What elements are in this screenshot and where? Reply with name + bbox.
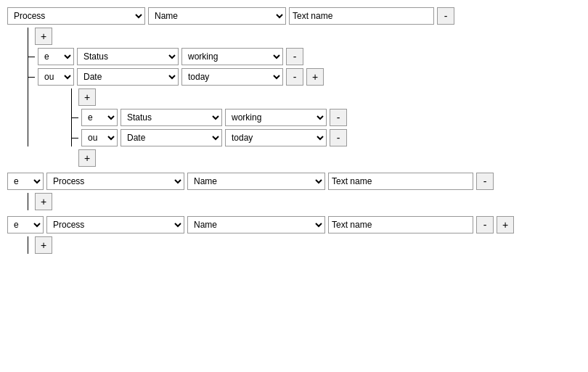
block-1-sub1-connector — [28, 57, 35, 57]
block-1-sub2-add-row: + — [78, 88, 581, 106]
block-1-nested2-logic[interactable]: oue — [81, 129, 118, 146]
block-1-sub2-logic[interactable]: oue — [38, 68, 74, 86]
block-1-text-input[interactable] — [289, 7, 434, 25]
block-1-sub1-logic[interactable]: eou — [38, 48, 74, 65]
block-2-sub-area: + — [28, 193, 581, 210]
block-2-connector-select[interactable]: eou — [7, 173, 44, 190]
block-3-vline — [28, 236, 28, 254]
block-1-nested2-field[interactable]: DateStatus — [121, 129, 222, 146]
block-1-nested-bottom-add: + — [78, 149, 581, 167]
block-2-vline — [28, 193, 28, 210]
block-1-top-row: Process Name - — [7, 7, 581, 25]
block-3-connector-select[interactable]: eou — [7, 216, 44, 233]
block-2-minus-btn[interactable]: - — [476, 173, 494, 190]
block-1-sub2-add-btn[interactable]: + — [78, 88, 96, 106]
block-1-sub1: eou StatusDate working - — [28, 48, 581, 65]
block-3-sub-area: + — [28, 236, 581, 254]
block-1-sub2-nested: + eou StatusDate worki — [71, 88, 581, 167]
block-2-text-input[interactable] — [328, 173, 473, 190]
block-1-sub2-plus-btn[interactable]: + — [306, 68, 324, 86]
block-1-nested1-field[interactable]: StatusDate — [121, 109, 222, 126]
block-3-content: eou Process Name - + + — [7, 216, 581, 254]
block-1-nested-row1: eou StatusDate working - — [71, 109, 581, 126]
block-2-top-row: eou Process Name - — [7, 173, 581, 190]
block-1-content: Process Name - + — [7, 7, 581, 167]
block-1-process-select[interactable]: Process — [7, 7, 145, 25]
block-1-minus-btn[interactable]: - — [437, 7, 454, 25]
block-3-add-btn[interactable]: + — [35, 236, 52, 254]
main-container: Process Name - + — [7, 7, 581, 254]
block-1-sub2-row: oue DateStatus today - + — [28, 68, 581, 86]
block-1-sub2-minus-btn[interactable]: - — [286, 68, 303, 86]
block-1-sub1-row: eou StatusDate working - — [28, 48, 581, 65]
block-2: eou Process Name - + — [7, 173, 581, 210]
block-1-sub2-value[interactable]: today — [181, 68, 283, 86]
block-1-sub1-value[interactable]: working — [181, 48, 283, 65]
block-1-nested-bottom-add-btn[interactable]: + — [78, 149, 96, 167]
block-1-nested2-minus-btn[interactable]: - — [330, 129, 347, 146]
block-1-nested-row2: oue DateStatus today - — [71, 129, 581, 146]
block-1-sub1-minus-btn[interactable]: - — [286, 48, 303, 65]
block-2-content: eou Process Name - + — [7, 173, 581, 210]
block-1-sub2-vline — [71, 88, 72, 146]
block-1-sub2-field[interactable]: DateStatus — [77, 68, 179, 86]
block-2-name-select[interactable]: Name — [187, 173, 325, 190]
block-3: eou Process Name - + + — [7, 216, 581, 254]
block-1-add-btn[interactable]: + — [35, 28, 52, 45]
block-3-process-select[interactable]: Process — [46, 216, 184, 233]
block-3-minus-btn[interactable]: - — [476, 216, 494, 233]
block-1-sub2: oue DateStatus today - + — [28, 68, 581, 167]
block-2-process-select[interactable]: Process — [46, 173, 184, 190]
block-3-text-input[interactable] — [328, 216, 473, 233]
block-1-nested1-value[interactable]: working — [225, 109, 327, 126]
block-2-add-btn[interactable]: + — [35, 193, 52, 210]
block-1-nested1-connector — [71, 117, 78, 118]
block-3-name-select[interactable]: Name — [187, 216, 325, 233]
block-1-sub-area: + eou StatusDate working — [28, 28, 581, 167]
block-1-sub1-field[interactable]: StatusDate — [77, 48, 179, 65]
block-1-sub2-connector — [28, 77, 35, 78]
block-3-add-row: + — [35, 236, 581, 254]
block-1-nested2-connector — [71, 138, 78, 139]
block-3-plus-btn[interactable]: + — [497, 216, 514, 233]
block-1-nested1-logic[interactable]: eou — [81, 109, 118, 126]
block-3-top-row: eou Process Name - + — [7, 216, 581, 233]
block-1: Process Name - + — [7, 7, 581, 167]
block-1-add-row: + — [35, 28, 581, 45]
block-1-name-select[interactable]: Name — [148, 7, 286, 25]
block-2-add-row: + — [35, 193, 581, 210]
block-1-nested1-minus-btn[interactable]: - — [330, 109, 347, 126]
block-1-nested2-value[interactable]: today — [225, 129, 327, 146]
